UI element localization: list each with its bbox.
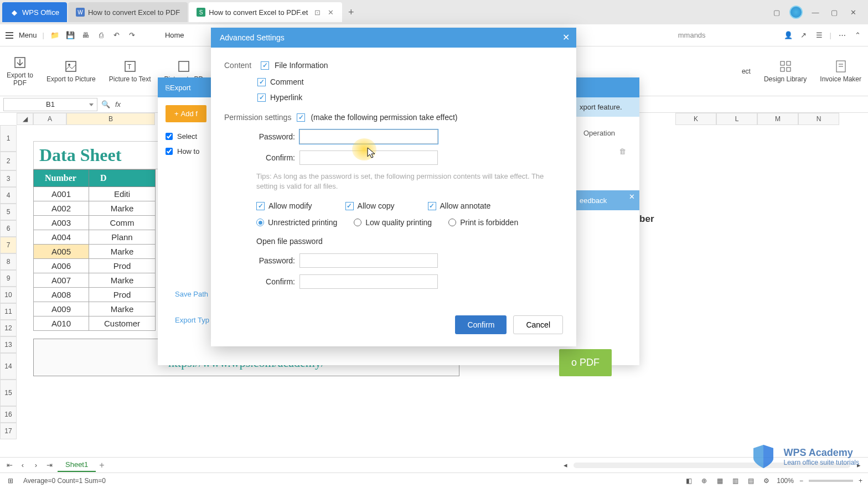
settings-icon[interactable]: ⚙ [761, 476, 771, 486]
view5-icon[interactable]: ▤ [746, 476, 756, 486]
user-avatar[interactable] [789, 6, 803, 19]
col-A[interactable]: A [33, 113, 66, 125]
save-icon[interactable]: 💾 [65, 30, 75, 40]
zoom-icon[interactable]: 🔍 [101, 100, 111, 110]
row-6[interactable]: 6 [0, 220, 17, 237]
password-input[interactable] [299, 129, 438, 144]
calendar-icon[interactable]: ▢ [771, 6, 783, 18]
cell[interactable]: A001 [34, 187, 89, 201]
trash-icon[interactable]: 🗑 [619, 147, 626, 155]
permission-checkbox[interactable] [297, 113, 305, 122]
undo-icon[interactable]: ↶ [112, 30, 122, 40]
zoom-slider[interactable] [809, 480, 853, 482]
cell[interactable]: Plann [89, 230, 156, 245]
maximize-icon[interactable]: ▢ [828, 6, 840, 18]
open-confirm-input[interactable] [299, 274, 438, 289]
row-14[interactable]: 14 [0, 353, 17, 380]
export-picture-button[interactable]: Export to Picture [46, 60, 96, 83]
sheet1-tab[interactable]: Sheet1 [58, 458, 96, 472]
cell[interactable]: A006 [34, 259, 89, 273]
tab-2-active[interactable]: S How to convert Excel to PDF.et ⊡ ✕ [189, 2, 342, 22]
tab-pin-icon[interactable]: ⊡ [313, 8, 321, 16]
cell[interactable]: Prod [89, 259, 156, 273]
low-quality-radio[interactable] [354, 219, 361, 226]
app-tab[interactable]: ◆ WPS Office [2, 2, 67, 22]
cell[interactable]: A005 [34, 245, 89, 259]
file-checkbox[interactable] [166, 148, 173, 155]
feedback-close-icon[interactable]: ✕ [629, 193, 635, 201]
allow-copy-checkbox[interactable] [345, 202, 354, 210]
row-1[interactable]: 1 [0, 125, 17, 152]
cell[interactable]: A009 [34, 302, 89, 316]
picture-to-text-button[interactable]: T Picture to Text [109, 60, 151, 83]
select-all-checkbox[interactable] [166, 133, 173, 140]
tab-1[interactable]: W How to convert Excel to PDF [68, 2, 188, 22]
row-12[interactable]: 12 [0, 320, 17, 336]
row-17[interactable]: 17 [0, 423, 17, 439]
invoice-maker-button[interactable]: Invoice Maker [820, 60, 861, 83]
forbidden-radio[interactable] [448, 219, 456, 226]
select-all-corner[interactable]: ◢ [17, 113, 33, 125]
close-window-icon[interactable]: ✕ [847, 6, 859, 18]
next-sheet-icon[interactable]: › [31, 460, 41, 470]
to-pdf-button[interactable]: o PDF [559, 349, 612, 376]
cell[interactable]: A002 [34, 201, 89, 216]
col-B[interactable]: B [66, 113, 155, 125]
cancel-button[interactable]: Cancel [513, 315, 563, 334]
cell[interactable]: A007 [34, 273, 89, 288]
row-5[interactable]: 5 [0, 204, 17, 220]
design-library-button[interactable]: Design Library [764, 60, 807, 83]
comment-checkbox[interactable] [257, 78, 266, 86]
open-icon[interactable]: 📁 [50, 30, 60, 40]
print-icon[interactable]: 🖶 [81, 30, 91, 40]
cell[interactable]: Marke [89, 302, 156, 316]
col-M[interactable]: M [757, 113, 798, 125]
allow-modify-checkbox[interactable] [256, 202, 265, 210]
view1-icon[interactable]: ◧ [684, 476, 694, 486]
cell[interactable]: Editi [89, 187, 156, 201]
fx-label[interactable]: fx [111, 100, 125, 108]
dots-icon[interactable]: ⋯ [837, 30, 847, 40]
save-path-label[interactable]: Save Path [175, 290, 208, 298]
home-tab[interactable]: Home [165, 31, 184, 39]
row-11[interactable]: 11 [0, 303, 17, 320]
add-sheet-button[interactable]: + [99, 460, 104, 470]
cell[interactable]: Customer [89, 316, 156, 331]
chevron-up-icon[interactable]: ⌃ [852, 30, 862, 40]
hyperlink-checkbox[interactable] [257, 94, 266, 102]
file-info-checkbox[interactable] [261, 61, 269, 70]
cell[interactable]: A004 [34, 230, 89, 245]
row-13[interactable]: 13 [0, 336, 17, 353]
cell[interactable]: Marke [89, 245, 156, 259]
zoom-in-icon[interactable]: + [859, 477, 862, 485]
row-10[interactable]: 10 [0, 287, 17, 303]
col-N[interactable]: N [798, 113, 839, 125]
first-sheet-icon[interactable]: ⇤ [4, 460, 14, 470]
open-password-input[interactable] [299, 253, 438, 268]
add-file-button[interactable]: + Add f [166, 105, 206, 122]
cell[interactable]: Marke [89, 201, 156, 216]
row-2[interactable]: 2 [0, 152, 17, 170]
cell[interactable]: A010 [34, 316, 89, 331]
modal-close-icon[interactable]: ✕ [562, 32, 570, 43]
hscroll-left[interactable]: ◂ [560, 460, 570, 470]
share-icon[interactable]: 👤 [783, 30, 793, 40]
view2-icon[interactable]: ⊕ [699, 476, 709, 486]
cell[interactable]: Marke [89, 273, 156, 288]
export-icon[interactable]: ↗ [799, 30, 809, 40]
view4-icon[interactable]: ▥ [730, 476, 740, 486]
prev-sheet-icon[interactable]: ‹ [18, 460, 28, 470]
col-L[interactable]: L [716, 113, 757, 125]
redo-icon[interactable]: ↷ [127, 30, 137, 40]
row-15[interactable]: 15 [0, 380, 17, 406]
row-16[interactable]: 16 [0, 406, 17, 423]
cell[interactable]: A008 [34, 288, 89, 302]
col-K[interactable]: K [675, 113, 716, 125]
new-tab-button[interactable]: + [343, 4, 359, 20]
row-9[interactable]: 9 [0, 270, 17, 287]
last-sheet-icon[interactable]: ⇥ [44, 460, 54, 470]
row-3[interactable]: 3 [0, 170, 17, 187]
confirm-input[interactable] [299, 150, 438, 165]
export-pdf-button[interactable]: Export to PDF [7, 56, 33, 87]
tab-close-icon[interactable]: ✕ [327, 8, 334, 16]
